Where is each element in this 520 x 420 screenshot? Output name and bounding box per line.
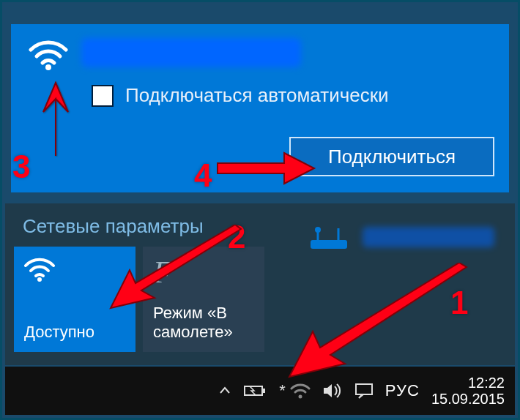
airplane-icon: F xyxy=(153,257,254,288)
svg-rect-3 xyxy=(311,240,347,249)
svg-point-8 xyxy=(298,395,302,399)
wifi-new-indicator-icon: * xyxy=(279,381,286,400)
svg-point-0 xyxy=(45,64,51,70)
clock-date: 15.09.2015 xyxy=(431,391,505,407)
clock[interactable]: 12:22 15.09.2015 xyxy=(431,375,505,407)
network-tray-icon[interactable] xyxy=(290,382,311,400)
connect-button[interactable]: Подключиться xyxy=(289,137,494,176)
svg-rect-7 xyxy=(262,389,265,393)
router-icon xyxy=(309,224,350,250)
wifi-icon xyxy=(29,35,68,70)
battery-icon[interactable] xyxy=(244,383,267,398)
action-center-icon[interactable] xyxy=(354,382,374,400)
language-indicator[interactable]: РУС xyxy=(385,381,420,400)
auto-connect-label: Подключаться автоматически xyxy=(125,84,389,107)
clock-time: 12:22 xyxy=(431,375,505,391)
svg-point-5 xyxy=(37,277,42,282)
volume-icon[interactable] xyxy=(322,382,343,400)
wifi-network-row[interactable] xyxy=(11,24,509,74)
wifi-ssid-redacted xyxy=(81,38,301,67)
wifi-tile-label: Доступно xyxy=(24,323,125,342)
network-flyout-selected: Подключаться автоматически Подключиться xyxy=(11,24,509,192)
auto-connect-checkbox[interactable] xyxy=(92,85,114,107)
tray-overflow-icon[interactable] xyxy=(218,383,232,398)
network-settings-panel: Сетевые параметры Доступно xyxy=(5,203,515,365)
airplane-mode-tile[interactable]: F Режим «В самолете» xyxy=(143,247,264,352)
auto-connect-row[interactable]: Подключаться автоматически xyxy=(11,74,509,107)
svg-rect-9 xyxy=(356,384,372,394)
wifi-icon xyxy=(24,257,125,285)
airplane-tile-label: Режим «В самолете» xyxy=(153,304,254,342)
taskbar: * РУС 12:22 15.09.2015 xyxy=(5,367,515,415)
quick-tiles: Доступно F Режим «В самолете» xyxy=(5,247,515,352)
router-name-redacted xyxy=(363,227,494,247)
wifi-tile[interactable]: Доступно xyxy=(14,247,135,352)
